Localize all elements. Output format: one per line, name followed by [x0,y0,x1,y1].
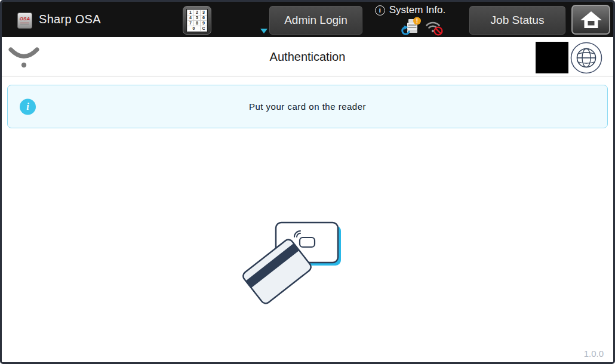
printer-warning-icon: ! [401,17,422,36]
svg-text:!: ! [416,18,418,24]
sharp-osa-app-icon: OSA [17,13,32,29]
home-icon [579,10,603,29]
keypad-key: 8 [194,21,200,26]
dropdown-arrow-icon[interactable] [260,29,267,33]
keypad-key: 7 [187,21,193,26]
page-title: Authentication [2,37,613,76]
system-info-label: System Info. [389,4,445,16]
keypad-key: 4 [187,16,193,20]
app-icon-label: OSA [20,16,30,21]
home-button[interactable] [571,5,610,35]
keypad-key: C [201,26,207,31]
card-on-reader-illustration [233,209,352,317]
top-bar: OSA Sharp OSA 1 2 3 4 5 6 7 8 9 0 C Admi… [2,2,613,37]
admin-login-button[interactable]: Admin Login [269,6,362,35]
keypad-key: 0 [187,26,200,31]
job-status-button[interactable]: Job Status [469,6,565,35]
keypad-grid: 1 2 3 4 5 6 7 8 9 0 C [186,9,208,32]
main-content: i Put your card on the reader 1.0.0 [2,77,613,362]
keypad-key: 2 [194,10,200,15]
keypad-key: 3 [201,10,207,15]
device-screen: OSA Sharp OSA 1 2 3 4 5 6 7 8 9 0 C Admi… [0,0,615,364]
app-title: Sharp OSA [39,2,101,37]
banner-message: Put your card on the reader [249,101,366,112]
keypad-key: 1 [187,10,193,15]
numeric-keypad-icon[interactable]: 1 2 3 4 5 6 7 8 9 0 C [183,6,211,35]
info-circle-icon: i [375,5,385,16]
globe-language-icon[interactable] [570,42,602,74]
header-bar: Authentication [2,37,613,76]
info-icon: i [20,98,36,115]
version-label: 1.0.0 [584,348,604,359]
black-square [536,42,568,73]
wifi-disabled-icon [425,17,444,36]
keypad-key: 6 [201,16,207,20]
app-icon-lines [20,23,29,25]
info-banner: i Put your card on the reader [7,85,608,128]
system-info-button[interactable]: i System Info. ! [365,4,456,36]
keypad-key: 5 [194,16,200,20]
keypad-key: 9 [201,21,207,26]
